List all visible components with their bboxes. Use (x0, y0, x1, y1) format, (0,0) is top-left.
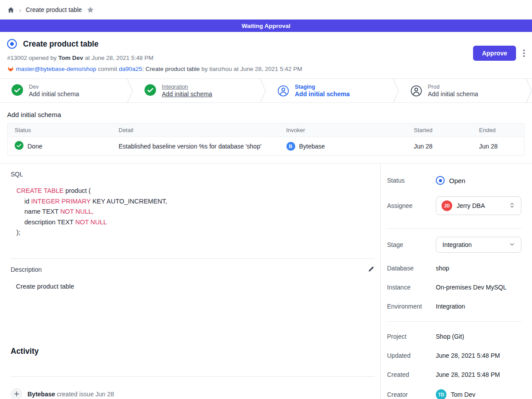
table-row[interactable]: Done Established baseline version %s for… (8, 137, 524, 156)
gitlab-icon (7, 65, 14, 72)
stage-label: Stage (387, 241, 436, 248)
task-section-title: Add initial schema (7, 111, 525, 118)
page: › Create product table Waiting Approval … (0, 0, 532, 399)
stage-env-label: Prod (428, 84, 478, 90)
selector-icon (509, 202, 516, 210)
project-label: Project (387, 333, 436, 340)
divider (11, 376, 375, 377)
activity-actor: Bytebase (27, 391, 55, 398)
commit-hash-link[interactable]: da90a25 (119, 66, 142, 72)
stage-prod[interactable]: ProdAdd initial schema (399, 79, 526, 102)
issue-meta-time: at June 28, 2021 5:48 PM (83, 55, 153, 61)
stage-task-label: Add initial schema (295, 90, 350, 98)
check-circle-icon (145, 84, 156, 98)
task-ended: Jun 28 (472, 137, 524, 156)
breadcrumb: › Create product table (0, 0, 532, 20)
check-circle-icon (12, 84, 23, 98)
branch-link[interactable]: master@bytebase-demo/shop (16, 66, 96, 72)
approve-button[interactable]: Approve (473, 46, 516, 61)
commit-text: master@bytebase-demo/shop commit da90a25… (16, 66, 302, 72)
stage-integration[interactable]: IntegrationAdd initial schema (133, 79, 260, 102)
commit-line: master@bytebase-demo/shop commit da90a25… (7, 65, 525, 72)
open-status-icon (436, 176, 445, 185)
issue-meta-prefix: #13002 opened by (7, 55, 59, 61)
favorite-star-icon[interactable] (86, 6, 94, 14)
issue-header: Create product table #13002 opened by To… (0, 32, 532, 72)
stage-staging[interactable]: StagingAdd initial schema (266, 79, 393, 102)
col-started: Started (407, 124, 472, 137)
home-icon[interactable] (7, 6, 15, 14)
edit-pencil-icon[interactable] (368, 266, 375, 273)
divider (387, 321, 521, 322)
col-status: Status (8, 124, 112, 137)
plus-icon (11, 388, 22, 399)
assignee-avatar: JD (442, 200, 452, 211)
sql-code: CREATE TABLE product (id INTEGER PRIMARY… (11, 186, 375, 238)
assignee-value: Jerry DBA (457, 202, 504, 209)
environment-value: Integration (436, 303, 465, 310)
task-table: Status Detail Invoker Started Ended Done… (7, 123, 524, 156)
stage-task-label: Add initial schema (428, 90, 478, 98)
activity-item: Bytebase created issue Jun 28 (11, 388, 375, 399)
activity-action: created issue Jun 28 (55, 391, 114, 398)
stage-select[interactable]: Integration (436, 237, 521, 253)
issue-open-icon (7, 39, 17, 49)
task-section: Add initial schema Status Detail Invoker… (0, 103, 532, 156)
database-label: Database (387, 265, 436, 272)
main-column: SQL CREATE TABLE product (id INTEGER PRI… (0, 164, 380, 399)
stage-separator (260, 79, 266, 103)
stage-env-label: Dev (29, 84, 79, 90)
stage-value: Integration (442, 241, 509, 248)
status-label: Status (387, 177, 436, 184)
divider (11, 258, 375, 259)
sidebar: Status Open Assignee JD Jerry DBA Stage … (380, 164, 532, 399)
col-detail: Detail (112, 124, 279, 137)
assignee-select[interactable]: JD Jerry DBA (436, 196, 521, 215)
breadcrumb-separator-icon: › (19, 7, 21, 13)
stage-env-label: Integration (162, 84, 212, 90)
divider (387, 228, 521, 229)
breadcrumb-current[interactable]: Create product table (26, 6, 82, 13)
check-circle-icon (15, 141, 23, 151)
commit-word: commit (96, 66, 119, 72)
activity-title: Activity (11, 347, 375, 356)
activity-timeline: Bytebase created issue Jun 28 (11, 388, 375, 399)
stage-env-label: Staging (295, 84, 350, 90)
updated-label: Updated (387, 352, 436, 359)
database-value: shop (436, 265, 449, 272)
task-detail: Established baseline version %s for data… (112, 137, 279, 156)
chevron-down-icon (509, 241, 516, 249)
description-label: Description (11, 266, 42, 273)
task-invoker: Bytebase (299, 143, 325, 150)
col-ended: Ended (472, 124, 524, 137)
created-value: June 28, 2021 5:48 PM (436, 371, 500, 378)
issue-meta: #13002 opened by Tom Dev at June 28, 202… (7, 55, 525, 61)
col-invoker: Invoker (279, 124, 407, 137)
environment-label: Environment (387, 303, 436, 310)
issue-title: Create product table (23, 39, 98, 49)
pipeline: DevAdd initial schema IntegrationAdd ini… (0, 78, 532, 103)
person-circle-icon (411, 85, 422, 97)
stage-separator (526, 79, 532, 103)
issue-author: Tom Dev (59, 55, 83, 61)
stage-dev[interactable]: DevAdd initial schema (0, 79, 127, 102)
more-menu-icon[interactable] (523, 49, 525, 57)
status-banner-label: Waiting Approval (242, 23, 290, 29)
task-status: Done (27, 143, 42, 150)
status-value: Open (449, 177, 466, 184)
instance-value: On-premises Dev MySQL (436, 284, 506, 291)
creator-label: Creator (387, 391, 436, 398)
creator-avatar: TD (436, 389, 446, 399)
bytebase-avatar: B (286, 142, 295, 151)
instance-label: Instance (387, 284, 436, 291)
created-label: Created (387, 371, 436, 378)
person-circle-icon (278, 85, 289, 97)
stage-separator (127, 79, 133, 103)
status-banner: Waiting Approval (0, 20, 532, 32)
project-value: Shop (Git) (436, 333, 464, 340)
updated-value: June 28, 2021 5:48 PM (436, 352, 500, 359)
stage-separator (393, 79, 399, 103)
description-text: Create product table (16, 283, 375, 290)
creator-value: Tom Dev (451, 391, 475, 398)
stage-task-label: Add initial schema (162, 90, 212, 98)
